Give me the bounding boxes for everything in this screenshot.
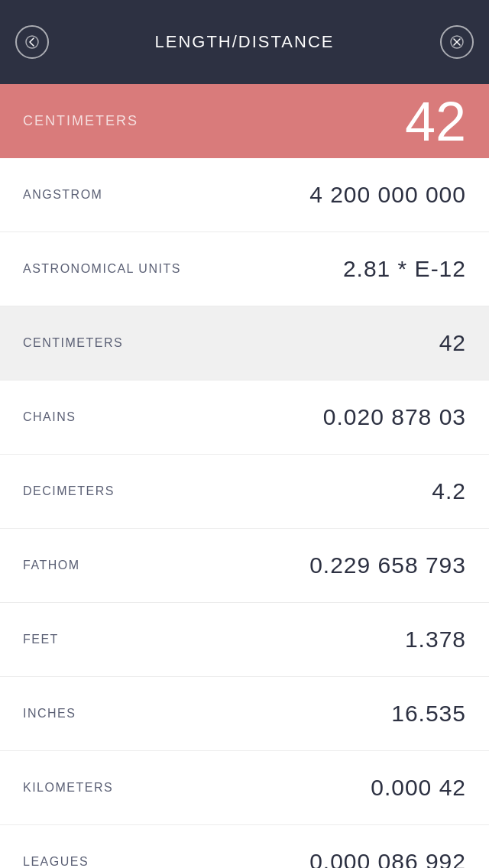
- conversion-row[interactable]: CHAINS0.020 878 03: [0, 381, 489, 455]
- row-label: INCHES: [23, 707, 76, 721]
- row-label: CENTIMETERS: [23, 336, 123, 350]
- row-value: 42: [439, 330, 466, 356]
- row-label: ASTRONOMICAL UNITS: [23, 262, 181, 276]
- conversion-row[interactable]: FATHOM0.229 658 793: [0, 529, 489, 603]
- active-unit-banner: CENTIMETERS 42: [0, 84, 489, 158]
- row-label: KILOMETERS: [23, 781, 113, 795]
- row-value: 0.020 878 03: [323, 404, 466, 430]
- row-value: 4.2: [432, 478, 466, 504]
- row-value: 0.229 658 793: [309, 552, 466, 578]
- active-unit-label: CENTIMETERS: [23, 113, 138, 129]
- info-button[interactable]: [440, 25, 474, 59]
- row-label: LEAGUES: [23, 855, 89, 868]
- conversion-row[interactable]: KILOMETERS0.000 42: [0, 751, 489, 825]
- conversion-row[interactable]: INCHES16.535: [0, 677, 489, 751]
- row-value: 16.535: [391, 701, 466, 727]
- active-unit-value: 42: [405, 94, 466, 149]
- conversion-list: ANGSTROM4 200 000 000ASTRONOMICAL UNITS2…: [0, 158, 489, 868]
- row-value: 2.81 * E-12: [343, 256, 466, 282]
- row-label: FEET: [23, 633, 59, 646]
- conversion-row[interactable]: CENTIMETERS42: [0, 306, 489, 381]
- row-value: 0.000 086 992: [309, 849, 466, 868]
- row-value: 0.000 42: [371, 775, 466, 801]
- conversion-row[interactable]: ASTRONOMICAL UNITS2.81 * E-12: [0, 232, 489, 306]
- back-button[interactable]: [15, 25, 49, 59]
- row-value: 1.378: [405, 627, 466, 653]
- conversion-row[interactable]: FEET1.378: [0, 603, 489, 677]
- conversion-row[interactable]: DECIMETERS4.2: [0, 455, 489, 529]
- row-label: DECIMETERS: [23, 484, 115, 498]
- row-value: 4 200 000 000: [309, 182, 466, 208]
- header: LENGTH/DISTANCE: [0, 0, 489, 84]
- row-label: FATHOM: [23, 559, 79, 572]
- svg-point-0: [26, 36, 38, 48]
- conversion-row[interactable]: ANGSTROM4 200 000 000: [0, 158, 489, 232]
- row-label: ANGSTROM: [23, 188, 102, 202]
- page-title: LENGTH/DISTANCE: [155, 32, 335, 52]
- conversion-row[interactable]: LEAGUES0.000 086 992: [0, 825, 489, 868]
- row-label: CHAINS: [23, 410, 76, 424]
